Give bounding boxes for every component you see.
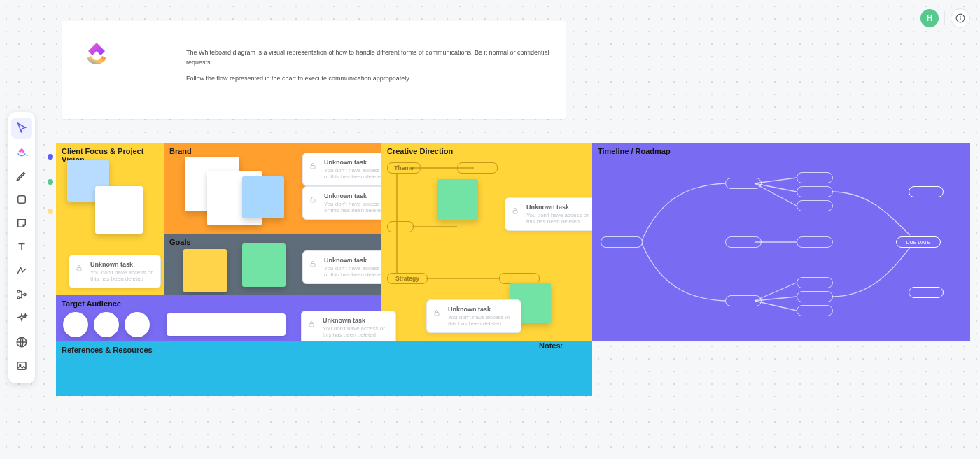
info-icon [955,13,965,23]
magic-tool[interactable] [11,308,32,329]
task-sub: You don't have access or this has been d… [324,167,384,180]
section-creative-direction[interactable]: Creative Direction Theme Strategy Unknow… [382,143,592,341]
svg-rect-17 [309,324,314,327]
section-target-audience[interactable]: Target Audience Unknown task You don't h… [56,295,382,341]
sticky-note[interactable] [242,243,286,287]
svg-rect-15 [513,211,517,214]
audience-circle[interactable] [94,312,119,337]
node[interactable] [457,162,498,174]
roadmap-node[interactable] [797,291,833,302]
lock-icon [75,262,83,275]
lock-icon [309,258,317,271]
pointer-tool[interactable] [11,118,32,139]
web-tool[interactable] [11,332,32,353]
color-dot-indigo[interactable] [48,154,53,160]
sticky-note[interactable] [438,179,478,220]
pen-icon [15,169,28,182]
roadmap-node[interactable] [797,277,833,288]
square-icon [15,193,28,206]
svg-rect-16 [435,313,439,316]
roadmap-node[interactable] [725,178,762,189]
task-card[interactable]: Unknown task You don't have access or th… [301,311,396,344]
task-card[interactable]: Unknown task You don't have access or th… [302,153,391,186]
svg-point-5 [18,290,20,292]
org-icon [15,288,28,301]
header-card: The Whiteboard diagram is a visual repre… [62,21,566,119]
svg-rect-12 [311,166,315,169]
sticky-tool[interactable] [11,213,32,234]
roadmap-node[interactable] [797,186,833,197]
sparkle-icon [15,312,28,325]
header-line-1: The Whiteboard diagram is a visual repre… [186,48,566,68]
svg-rect-14 [311,264,315,267]
clickup-tool[interactable]: + [11,141,32,162]
section-notes[interactable]: Notes: [539,341,970,396]
task-card[interactable]: Unknown task You don't have access or th… [302,250,391,284]
roadmap-node-start[interactable] [601,236,643,248]
toolbar: + [8,112,35,383]
task-card[interactable]: Unknown task You don't have access or th… [426,299,522,333]
sticky-note[interactable] [95,186,143,234]
section-references[interactable]: References & Resources [56,341,592,396]
lock-icon [309,194,317,206]
section-client-focus[interactable]: Client Focus & Project Vision Unknown ta… [56,143,164,295]
clickup-add-icon: + [15,146,28,158]
lock-icon [307,318,316,331]
section-brand[interactable]: Brand Unknown task You don't have access… [164,143,382,234]
cursor-icon [15,122,28,134]
section-title: Goals [169,238,191,246]
task-sub: You don't have access or this has been d… [324,265,384,278]
roadmap-node[interactable] [797,172,833,183]
section-timeline[interactable]: Timeline / Roadmap DUE DATE [592,143,970,341]
task-sub: You don't have access or this has been d… [323,325,390,338]
node[interactable] [387,221,414,232]
svg-point-2 [960,16,960,17]
task-card[interactable]: Unknown task You don't have access or th… [302,186,391,220]
image-tool[interactable] [11,355,32,376]
text-tool[interactable] [11,236,32,257]
svg-rect-4 [18,196,26,204]
task-sub: You don't have access or this has been d… [448,314,515,327]
svg-rect-13 [311,199,315,203]
info-button[interactable] [951,8,970,28]
roadmap-node[interactable] [797,200,833,211]
clickup-logo-icon [81,38,112,72]
svg-text:+: + [26,153,29,157]
header-line-2: Follow the flow represented in the chart… [186,73,566,83]
pen-tool[interactable] [11,165,32,186]
lock-icon [511,205,519,218]
roadmap-due-date[interactable]: DUE DATE [896,236,941,248]
task-title: Unknown task [324,159,384,166]
svg-rect-11 [77,268,81,271]
svg-point-7 [24,294,26,296]
roadmap-node[interactable] [909,287,944,298]
sticky-note[interactable] [183,249,227,292]
org-tool[interactable] [11,284,32,305]
task-sub: You don't have access or this has been d… [526,212,594,225]
audience-circle[interactable] [125,312,150,337]
roadmap-node[interactable] [909,186,944,197]
task-card[interactable]: Unknown task You don't have access or th… [69,255,161,288]
shape-tool[interactable] [11,189,32,210]
roadmap-node[interactable] [725,295,762,306]
color-dot-green[interactable] [48,179,53,185]
audience-circle[interactable] [63,312,88,337]
roadmap-node[interactable] [797,236,833,248]
section-title: Brand [169,147,192,155]
node-strategy[interactable]: Strategy [387,273,428,284]
task-sub: You don't have access or this has been d… [324,201,384,213]
task-card[interactable]: Unknown task You don't have access or th… [505,197,600,231]
top-right-controls: H [920,8,970,28]
audience-card[interactable] [167,313,286,336]
node-theme[interactable]: Theme [387,162,421,174]
sticky-note[interactable] [242,176,284,218]
color-dot-yellow[interactable] [48,209,53,214]
task-sub: You don't have access or this has been d… [90,269,155,282]
section-goals[interactable]: Goals Unknown task You don't have access… [164,234,382,295]
user-avatar[interactable]: H [920,9,939,27]
connector-tool[interactable] [11,260,32,281]
roadmap-node[interactable] [797,305,833,316]
separator [944,11,945,25]
roadmap-node[interactable] [725,236,762,248]
text-icon [15,241,28,253]
